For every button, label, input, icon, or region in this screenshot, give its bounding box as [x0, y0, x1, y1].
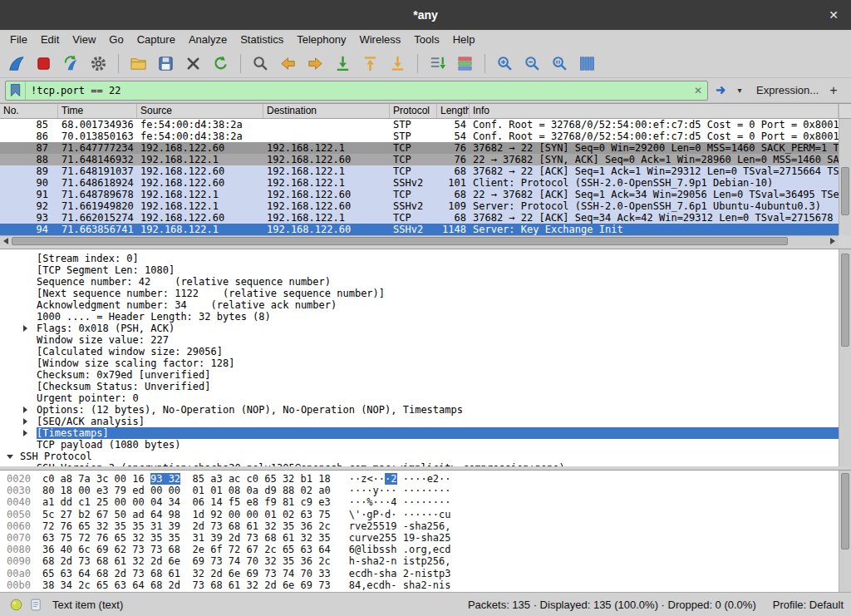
filter-add-button[interactable]: + [824, 83, 843, 98]
filter-dropdown-caret-icon[interactable]: ▾ [733, 86, 746, 95]
menu-telephony[interactable]: Telephony [290, 30, 352, 49]
column-header-info[interactable]: Info [470, 104, 839, 118]
detail-row[interactable]: Flags: 0x018 (PSH, ACK) [0, 323, 839, 334]
packet-row-87[interactable]: 8771.647777234192.168.122.60192.168.122.… [0, 142, 839, 154]
colorize-packets-button[interactable] [452, 52, 478, 76]
packet-row-94[interactable]: 9471.663856741192.168.122.1192.168.122.6… [0, 224, 839, 235]
expander-icon[interactable] [23, 325, 27, 332]
zoom-in-button[interactable] [492, 52, 518, 76]
hex-row-00a0[interactable]: 00a065 63 64 68 2d 73 68 61 32 2d 6e 69 … [0, 568, 839, 579]
hex-row-00b0[interactable]: 00b038 34 2c 65 63 64 68 2d 73 68 61 32 … [0, 579, 839, 591]
hex-row-0080[interactable]: 008036 40 6c 69 62 73 73 68 2e 6f 72 67 … [0, 544, 839, 555]
hex-row-0040[interactable]: 0040a1 dd c1 25 00 00 04 34 06 14 f5 e8 … [0, 496, 839, 508]
menu-go[interactable]: Go [102, 30, 130, 49]
detail-row[interactable]: [Next sequence number: 1122 (relative se… [0, 288, 839, 299]
go-to-packet-button[interactable] [330, 52, 356, 76]
hex-row-0020[interactable]: 0020c0 a8 7a 3c 00 16 93 32 85 a3 ac c0 … [0, 473, 839, 485]
menu-capture[interactable]: Capture [130, 30, 182, 49]
expander-icon[interactable] [7, 455, 13, 459]
column-header-source[interactable]: Source [137, 104, 263, 118]
filter-apply-button[interactable] [711, 81, 733, 101]
hscroll-thumb[interactable] [12, 237, 788, 245]
detail-row[interactable]: [Stream index: 0] [0, 253, 839, 264]
bytes-vscroll-thumb[interactable] [841, 473, 849, 549]
details-vscrollbar[interactable] [839, 249, 851, 466]
packet-row-92[interactable]: 9271.661949820192.168.122.1192.168.122.6… [0, 200, 839, 212]
column-header-time[interactable]: Time [58, 104, 137, 118]
menu-file[interactable]: File [3, 30, 34, 49]
menu-help[interactable]: Help [446, 30, 482, 49]
menu-tools[interactable]: Tools [407, 30, 445, 49]
filter-field[interactable]: !tcp.port == 22 ✕ [5, 81, 708, 101]
menu-wireless[interactable]: Wireless [352, 30, 407, 49]
expander-icon[interactable] [23, 418, 27, 425]
stop-capture-button[interactable] [31, 52, 57, 76]
hex-row-0030[interactable]: 003080 18 00 e3 79 ed 00 00 01 01 08 0a … [0, 485, 839, 496]
zoom-out-button[interactable] [519, 52, 545, 76]
packet-row-90[interactable]: 9071.648618924192.168.122.60192.168.122.… [0, 177, 839, 189]
go-forward-button[interactable] [303, 52, 328, 76]
hex-row-0090[interactable]: 009068 2d 73 68 61 32 2d 6e 69 73 74 70 … [0, 555, 839, 567]
hex-row-0050[interactable]: 00505c 27 b2 67 50 ad 64 98 1d 92 00 00 … [0, 509, 839, 520]
menu-edit[interactable]: Edit [34, 30, 66, 49]
find-packet-button[interactable] [248, 52, 273, 76]
save-file-button[interactable] [153, 52, 179, 76]
packet-row-86[interactable]: 8670.013850163fe:54:00:d4:38:2aSTP54Conf… [0, 131, 839, 142]
resize-columns-button[interactable] [574, 52, 600, 76]
capture-comment-icon[interactable] [27, 596, 44, 613]
expander-icon[interactable] [23, 430, 27, 436]
filter-clear-icon[interactable]: ✕ [689, 85, 707, 96]
packet-row-88[interactable]: 8871.648146932192.168.122.1192.168.122.6… [0, 154, 839, 165]
packet-list-vscroll-thumb[interactable] [841, 167, 849, 215]
details-vscroll-thumb[interactable] [841, 254, 849, 347]
go-to-last-button[interactable] [385, 52, 411, 76]
hscroll-left-button[interactable] [0, 236, 12, 246]
menu-view[interactable]: View [66, 30, 102, 49]
packet-list-hscrollbar[interactable] [0, 235, 839, 246]
packet-row-85[interactable]: 8568.001734936fe:54:00:d4:38:2aSTP54Conf… [0, 119, 839, 131]
go-back-button[interactable] [275, 52, 301, 76]
detail-row[interactable]: Checksum: 0x79ed [unverified] [0, 369, 839, 381]
column-header-length[interactable]: Length [437, 104, 470, 118]
detail-row[interactable]: Urgent pointer: 0 [0, 392, 839, 404]
statusbar-profile[interactable]: Profile: Default [773, 599, 844, 611]
bytes-vscrollbar[interactable] [839, 471, 851, 592]
detail-row[interactable]: [Checksum Status: Unverified] [0, 381, 839, 392]
auto-scroll-button[interactable] [425, 52, 450, 76]
close-capture-button[interactable] [180, 52, 206, 76]
column-header-destination[interactable]: Destination [263, 104, 390, 118]
filter-input[interactable]: !tcp.port == 22 [26, 85, 689, 96]
detail-row[interactable]: [Timestamps] [0, 427, 839, 439]
packet-row-89[interactable]: 8971.648191037192.168.122.60192.168.122.… [0, 165, 839, 177]
zoom-original-button[interactable] [547, 52, 573, 76]
expert-info-icon[interactable] [7, 596, 24, 613]
hscroll-right-button[interactable] [827, 236, 839, 246]
detail-row[interactable]: Acknowledgment number: 34 (relative ack … [0, 299, 839, 311]
detail-row[interactable]: SSH Protocol [0, 451, 839, 462]
detail-row[interactable]: Options: (12 bytes), No-Operation (NOP),… [0, 404, 839, 416]
expression-button[interactable]: Expression... [756, 84, 819, 96]
detail-row[interactable]: 1000 .... = Header Length: 32 bytes (8) [0, 311, 839, 323]
hex-row-0070[interactable]: 007063 75 72 76 65 32 35 35 31 39 2d 73 … [0, 532, 839, 544]
detail-row[interactable]: Window size value: 227 [0, 334, 839, 346]
detail-row[interactable]: [Window size scaling factor: 128] [0, 357, 839, 369]
column-header-no[interactable]: No. [0, 104, 58, 118]
filter-bookmark-icon[interactable] [6, 81, 26, 100]
capture-options-button[interactable] [86, 52, 111, 76]
restart-capture-button[interactable] [58, 52, 84, 76]
go-to-first-button[interactable] [357, 52, 383, 76]
menu-analyze[interactable]: Analyze [182, 30, 234, 49]
detail-row[interactable]: TCP payload (1080 bytes) [0, 439, 839, 451]
column-header-protocol[interactable]: Protocol [390, 104, 437, 118]
packet-row-93[interactable]: 9371.662015274192.168.122.60192.168.122.… [0, 212, 839, 224]
menu-statistics[interactable]: Statistics [234, 30, 290, 49]
window-close-icon[interactable]: ✕ [821, 0, 846, 30]
packet-row-91[interactable]: 9171.648789678192.168.122.1192.168.122.6… [0, 189, 839, 200]
open-file-button[interactable] [125, 52, 151, 76]
detail-row[interactable]: [Calculated window size: 29056] [0, 346, 839, 357]
detail-row[interactable]: [SEQ/ACK analysis] [0, 416, 839, 427]
packet-list-vscrollbar[interactable] [839, 119, 851, 235]
detail-row[interactable]: Sequence number: 42 (relative sequence n… [0, 276, 839, 288]
detail-row[interactable]: [TCP Segment Len: 1080] [0, 264, 839, 276]
hex-row-0060[interactable]: 006072 76 65 32 35 35 31 39 2d 73 68 61 … [0, 520, 839, 532]
